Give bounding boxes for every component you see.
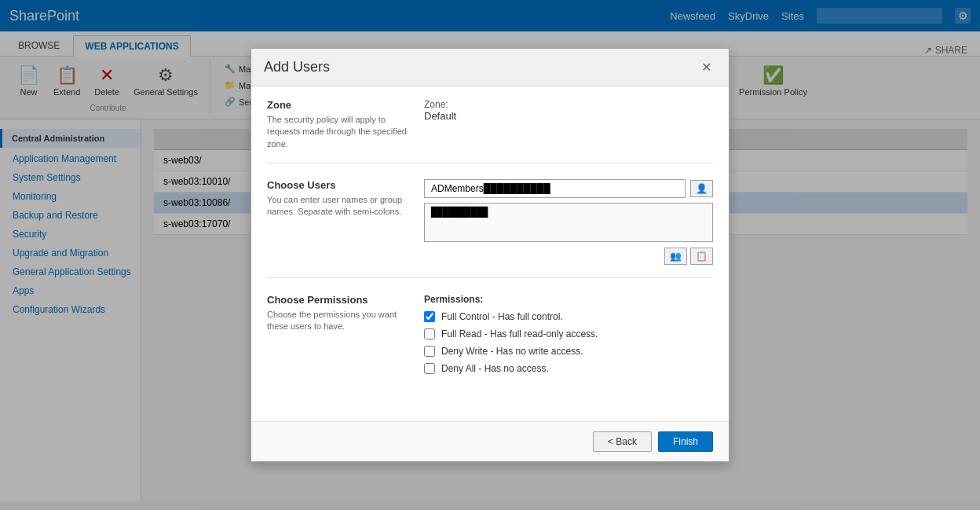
checkbox-deny-all[interactable]: [424, 363, 435, 374]
permissions-list: Full Control - Has full control.Full Rea…: [424, 311, 713, 374]
permission-label-deny-all: Deny All - Has no access.: [441, 363, 549, 374]
user-search-input[interactable]: [424, 179, 686, 198]
zone-label-col: Zone The security policy will apply to r…: [267, 99, 408, 150]
users-content: 👤 <span class="redacted">██████████</spa…: [424, 179, 713, 265]
modal-footer: < Back Finish: [251, 421, 729, 461]
modal-title: Add Users: [264, 59, 330, 75]
icon-btn-row: 👥 📋: [424, 248, 713, 265]
user-input-row: 👤: [424, 179, 713, 198]
browse-people-button[interactable]: 👤: [690, 180, 713, 197]
checkbox-deny-write[interactable]: [424, 346, 435, 357]
permission-item-deny-write: Deny Write - Has no write access.: [424, 346, 713, 357]
modal-backdrop: Add Users ✕ Zone The security policy wil…: [0, 0, 980, 502]
permissions-content: Permissions: Full Control - Has full con…: [424, 294, 713, 380]
zone-field-label: Zone:: [424, 99, 713, 110]
permission-item-deny-all: Deny All - Has no access.: [424, 363, 713, 374]
users-textarea[interactable]: <span class="redacted">██████████</span>: [424, 203, 713, 242]
permission-label-deny-write: Deny Write - Has no write access.: [441, 346, 583, 357]
add-users-modal: Add Users ✕ Zone The security policy wil…: [250, 48, 730, 462]
check-names-button[interactable]: 📋: [690, 248, 713, 265]
permissions-description: Choose the permissions you want these us…: [267, 309, 408, 333]
zone-value: Default: [424, 110, 713, 122]
back-button[interactable]: < Back: [593, 431, 652, 452]
users-label-col: Choose Users You can enter user names or…: [267, 179, 408, 265]
users-description: You can enter user names or group names.…: [267, 194, 408, 218]
permission-label-full-control: Full Control - Has full control.: [441, 311, 563, 322]
address-book-button[interactable]: 👥: [664, 248, 687, 265]
modal-close-button[interactable]: ✕: [697, 58, 716, 76]
checkbox-full-control[interactable]: [424, 311, 435, 322]
permissions-label-col: Choose Permissions Choose the permission…: [267, 294, 408, 380]
zone-description: The security policy will apply to reques…: [267, 114, 408, 150]
choose-permissions-section: Choose Permissions Choose the permission…: [267, 294, 713, 393]
zone-content: Zone: Default: [424, 99, 713, 150]
users-heading: Choose Users: [267, 179, 408, 191]
zone-section: Zone The security policy will apply to r…: [267, 99, 713, 163]
permission-item-full-read: Full Read - Has full read-only access.: [424, 328, 713, 339]
permissions-heading: Choose Permissions: [267, 294, 408, 306]
permission-label-full-read: Full Read - Has full read-only access.: [441, 328, 598, 339]
choose-users-section: Choose Users You can enter user names or…: [267, 179, 713, 278]
permission-item-full-control: Full Control - Has full control.: [424, 311, 713, 322]
zone-heading: Zone: [267, 99, 408, 111]
finish-button[interactable]: Finish: [658, 431, 713, 452]
modal-body: Zone The security policy will apply to r…: [251, 86, 729, 421]
permissions-label: Permissions:: [424, 294, 713, 305]
modal-header: Add Users ✕: [251, 49, 729, 86]
checkbox-full-read[interactable]: [424, 328, 435, 339]
